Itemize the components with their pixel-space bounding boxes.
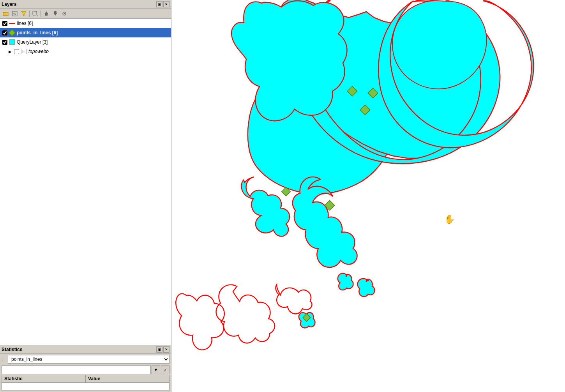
select-by-location-btn[interactable] bbox=[31, 10, 39, 18]
stats-close-btn[interactable]: ✕ bbox=[163, 346, 170, 353]
toolbar-sep-1 bbox=[29, 11, 30, 17]
move-up-btn[interactable] bbox=[42, 10, 51, 18]
line-symbol bbox=[9, 23, 15, 24]
svg-point-12 bbox=[64, 13, 65, 14]
layer-icon-points bbox=[9, 30, 15, 36]
app-container: Layers ▣ ✕ W bbox=[0, 0, 565, 392]
select-location-icon bbox=[32, 11, 38, 17]
svg-marker-9 bbox=[53, 13, 57, 16]
cyan-bit-1 bbox=[358, 279, 375, 297]
open-layer-btn[interactable] bbox=[2, 10, 10, 18]
layers-restore-btn[interactable]: ▣ bbox=[156, 1, 162, 7]
layers-title: Layers bbox=[2, 2, 17, 7]
layer-checkbox-points-in-lines[interactable] bbox=[2, 30, 7, 35]
large-island bbox=[231, 1, 347, 121]
svg-rect-10 bbox=[54, 11, 56, 13]
svg-marker-4 bbox=[21, 11, 26, 16]
outline-island-small bbox=[276, 284, 312, 314]
expand-arrow-topowebb: ▶ bbox=[8, 49, 12, 54]
layers-titlebar: Layers ▣ ✕ bbox=[0, 0, 171, 9]
move-up-icon bbox=[43, 11, 49, 17]
layer-icon-querylayer bbox=[9, 39, 15, 45]
layer-icon-lines bbox=[9, 20, 15, 26]
toolbar-sep-2 bbox=[41, 11, 41, 17]
svg-text:W: W bbox=[13, 12, 16, 16]
stats-table: Statistic Value bbox=[2, 375, 170, 390]
map-area[interactable]: .cyan-fill { fill: #00FFFF; } .red-strok… bbox=[171, 0, 565, 392]
layer-icon-topowebb bbox=[21, 48, 27, 55]
move-down-icon bbox=[52, 11, 58, 17]
layer-item-querylayer[interactable]: QueryLayer [3] bbox=[0, 37, 171, 47]
layers-panel: Layers ▣ ✕ W bbox=[0, 0, 171, 345]
filter-icon bbox=[21, 11, 27, 17]
svg-marker-7 bbox=[44, 11, 48, 14]
add-wms-btn[interactable]: W bbox=[11, 10, 19, 18]
layer-checkbox-querylayer[interactable] bbox=[2, 40, 7, 45]
stats-layer-select[interactable]: points_in_lines bbox=[8, 355, 170, 364]
stats-title: Statistics bbox=[2, 347, 22, 352]
outline-island-bottom-right bbox=[216, 285, 275, 343]
stats-table-header: Statistic Value bbox=[2, 375, 169, 383]
layer-name-topowebb: topowebb bbox=[28, 49, 49, 54]
layer-name-lines: lines [6] bbox=[17, 21, 33, 26]
map-svg: .cyan-fill { fill: #00FFFF; } .red-strok… bbox=[171, 0, 565, 392]
layers-list: lines [6] points_in_lines [6] Quer bbox=[0, 19, 171, 345]
layers-panel-controls: ▣ ✕ bbox=[156, 1, 170, 7]
left-panel: Layers ▣ ✕ W bbox=[0, 0, 171, 392]
stats-epsilon-btn[interactable]: ε bbox=[161, 366, 170, 374]
layer-name-querylayer: QueryLayer [3] bbox=[17, 39, 48, 45]
layer-properties-btn[interactable] bbox=[60, 10, 69, 18]
layer-checkbox-topowebb[interactable] bbox=[14, 49, 19, 54]
layer-checkbox-lines[interactable] bbox=[2, 21, 7, 26]
polygon-symbol bbox=[9, 39, 15, 45]
cursor-hand: ✋ bbox=[444, 214, 455, 224]
layers-toolbar: W bbox=[0, 9, 171, 19]
layers-close-btn[interactable]: ✕ bbox=[163, 1, 170, 7]
small-cyan-piece bbox=[338, 274, 353, 290]
add-wms-icon: W bbox=[12, 11, 18, 17]
point-symbol bbox=[9, 30, 16, 36]
stats-filter-dropdown-btn[interactable]: ▼ bbox=[152, 366, 160, 374]
outline-island-bottom-left bbox=[176, 294, 224, 350]
filter-btn[interactable] bbox=[19, 10, 28, 18]
svg-rect-8 bbox=[45, 14, 48, 16]
grid-symbol bbox=[21, 49, 26, 54]
stats-layer-icon: ⁚ bbox=[2, 357, 7, 362]
stats-panel-controls: ▣ ✕ bbox=[156, 346, 170, 353]
stats-dropdown-row: ⁚ points_in_lines bbox=[0, 354, 171, 365]
layer-name-points: points_in_lines [6] bbox=[17, 30, 58, 35]
layer-item-points-in-lines[interactable]: points_in_lines [6] bbox=[0, 28, 171, 37]
statistics-panel: Statistics ▣ ✕ ⁚ points_in_lines ▼ ε bbox=[0, 345, 171, 392]
stats-filter-row: ▼ ε bbox=[0, 365, 171, 375]
stats-content: ⁚ points_in_lines ▼ ε Statistic Value bbox=[0, 354, 171, 392]
stats-filter-input[interactable] bbox=[2, 366, 151, 374]
layer-properties-icon bbox=[61, 11, 67, 17]
move-down-btn[interactable] bbox=[51, 10, 60, 18]
open-layer-icon bbox=[3, 11, 9, 17]
stats-restore-btn[interactable]: ▣ bbox=[156, 346, 162, 353]
layer-item-topowebb[interactable]: ▶ topowebb bbox=[0, 47, 171, 56]
stats-col-statistic: Statistic bbox=[2, 375, 86, 382]
medium-island-right bbox=[293, 177, 357, 267]
stats-col-value: Value bbox=[86, 375, 169, 382]
stats-titlebar: Statistics ▣ ✕ bbox=[0, 345, 171, 354]
svg-rect-1 bbox=[3, 12, 8, 16]
layer-item-lines[interactable]: lines [6] bbox=[0, 19, 171, 28]
